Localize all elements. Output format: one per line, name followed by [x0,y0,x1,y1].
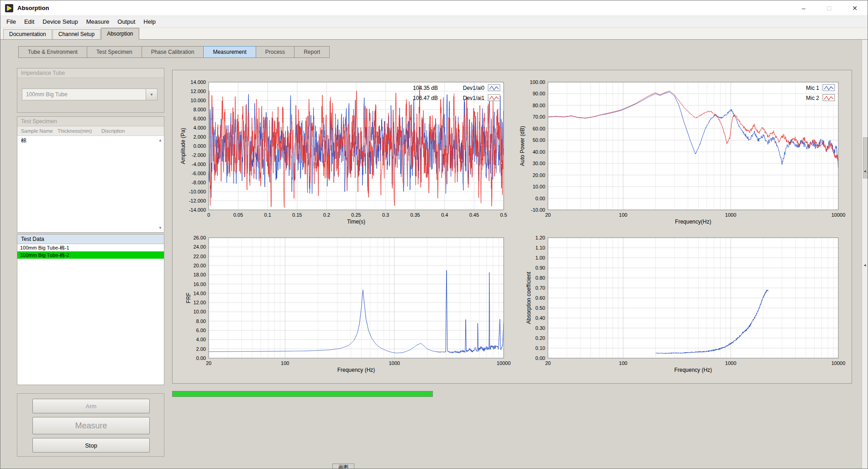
subtab-process[interactable]: Process [256,46,295,58]
svg-text:Frequency (Hz): Frequency (Hz) [337,367,375,373]
time-waveform-chart: -14.000-12.000-10.000-8.000-6.000-4.000-… [180,79,507,225]
svg-text:0.00: 0.00 [536,355,545,361]
tab-absorption[interactable]: Absorption [101,28,139,40]
arm-button[interactable]: Arm [32,399,150,413]
frf-chart: 0.002.004.006.008.0010.0012.0014.0016.00… [185,235,510,373]
svg-text:1000: 1000 [725,360,736,366]
menu-edit[interactable]: Edit [20,16,38,27]
svg-text:40.00: 40.00 [532,149,545,155]
test-specimen-label: Test Specimen [17,117,164,126]
svg-text:0.4: 0.4 [441,212,448,218]
menu-measure[interactable]: Measure [82,16,114,27]
svg-text:Dev1/ai1: Dev1/ai1 [463,95,485,101]
svg-text:-14.000: -14.000 [189,207,206,213]
scroll-up-icon[interactable]: ▲ [158,138,162,142]
menu-help[interactable]: Help [139,16,160,27]
svg-text:0.2: 0.2 [323,212,330,218]
svg-text:0.05: 0.05 [233,212,243,218]
svg-text:1000: 1000 [725,212,736,218]
svg-text:0.10: 0.10 [536,345,545,351]
app-window: Absorption – □ ✕ File Edit Device Setup … [0,0,868,469]
svg-text:1.00: 1.00 [536,255,545,261]
svg-text:0.35: 0.35 [410,212,420,218]
svg-text:20: 20 [545,212,551,218]
svg-text:1.20: 1.20 [536,235,545,240]
svg-text:Time(s): Time(s) [347,219,365,225]
right-scrollbar[interactable]: ◄ ◄ [862,40,868,469]
svg-text:70.00: 70.00 [532,114,545,120]
subtab-report[interactable]: Report [294,46,330,58]
tab-paint[interactable]: 画图 [332,464,354,469]
subtab-tube-environment[interactable]: Tube & Environment [18,46,87,58]
column-thickness[interactable]: Thickness(mm) [58,126,101,135]
column-discription[interactable]: Discription [101,126,164,135]
subtab-test-specimen[interactable]: Test Specimen [87,46,142,58]
svg-text:0.3: 0.3 [382,212,389,218]
svg-text:Amplitude (Pa): Amplitude (Pa) [180,128,186,164]
tab-documentation[interactable]: Documentation [3,29,52,39]
svg-text:2.00: 2.00 [196,346,206,352]
svg-text:12.000: 12.000 [190,89,206,94]
svg-text:20: 20 [545,360,551,366]
collapse-pane-icon[interactable]: ◄ [863,263,867,267]
svg-text:0.5: 0.5 [500,212,507,218]
svg-text:10.000: 10.000 [190,98,206,103]
close-button[interactable]: ✕ [842,0,868,16]
impedance-tube-group: Impendance Tube 100mm Big Tube ▼ [17,68,164,113]
svg-text:8.000: 8.000 [193,107,206,112]
column-sample-name[interactable]: Sample Name [17,126,58,135]
tab-channel-setup[interactable]: Channel Setup [53,29,100,39]
svg-text:0.15: 0.15 [292,212,302,218]
subtab-phase-calibration[interactable]: Phase Calibration [142,46,204,58]
svg-text:1.10: 1.10 [536,245,545,250]
window-controls: – □ ✕ [791,0,868,16]
svg-text:0.50: 0.50 [536,305,545,311]
maximize-button[interactable]: □ [816,0,842,16]
table-row[interactable]: 棉 [17,136,164,145]
test-data-list[interactable]: 100mm Big Tube-棉-1 100mm Big Tube-棉-2 [17,244,164,385]
impedance-tube-dropdown[interactable]: 100mm Big Tube ▼ [22,89,158,100]
chevron-down-icon[interactable]: ▼ [146,89,157,100]
svg-text:80.00: 80.00 [532,103,545,108]
subtab-measurement[interactable]: Measurement [203,46,256,58]
app-icon [5,4,13,12]
svg-text:20: 20 [206,360,211,366]
menu-output[interactable]: Output [113,16,139,27]
list-item[interactable]: 100mm Big Tube-棉-2 [17,251,164,259]
svg-text:0.00: 0.00 [536,196,545,201]
svg-text:-2.000: -2.000 [192,152,206,158]
svg-text:0.25: 0.25 [351,212,361,218]
menubar: File Edit Device Setup Measure Output He… [0,16,868,28]
svg-text:0.70: 0.70 [536,285,545,291]
svg-text:14.000: 14.000 [190,79,206,85]
svg-text:4.00: 4.00 [196,337,206,342]
svg-text:100: 100 [619,212,627,218]
svg-text:30.00: 30.00 [532,161,545,166]
test-specimen-table[interactable]: Sample Name Thickness(mm) Discription 棉 … [17,126,164,232]
menu-file[interactable]: File [2,16,20,27]
measure-button[interactable]: Measure [32,417,150,434]
scroll-down-icon[interactable]: ▼ [158,226,162,230]
svg-text:0.30: 0.30 [536,325,545,331]
svg-text:0.40: 0.40 [536,315,545,321]
menu-device-setup[interactable]: Device Setup [38,16,82,27]
list-item[interactable]: 100mm Big Tube-棉-1 [17,244,164,251]
svg-text:100: 100 [281,360,289,366]
svg-text:16.00: 16.00 [193,281,206,287]
svg-text:60.00: 60.00 [532,126,545,131]
sample-name-cell: 棉 [17,137,26,144]
svg-text:106.47 dB: 106.47 dB [413,95,438,101]
progress-fill [173,391,432,396]
charts-canvas: -14.000-12.000-10.000-8.000-6.000-4.000-… [173,70,852,383]
svg-text:14.00: 14.00 [193,291,206,296]
svg-text:0.80: 0.80 [536,275,545,281]
svg-text:0.20: 0.20 [536,335,545,341]
svg-text:0.000: 0.000 [193,143,206,149]
auto-power-chart: -10.000.0010.0020.0030.0040.0050.0060.00… [519,79,845,225]
svg-text:Auto Power (dB): Auto Power (dB) [519,126,526,166]
minimize-button[interactable]: – [791,0,816,16]
collapse-pane-icon[interactable]: ◄ [863,169,867,173]
stop-button[interactable]: Stop [32,438,150,453]
main-tabstrip: Documentation Channel Setup Absorption [0,28,868,40]
svg-text:0: 0 [207,212,210,218]
